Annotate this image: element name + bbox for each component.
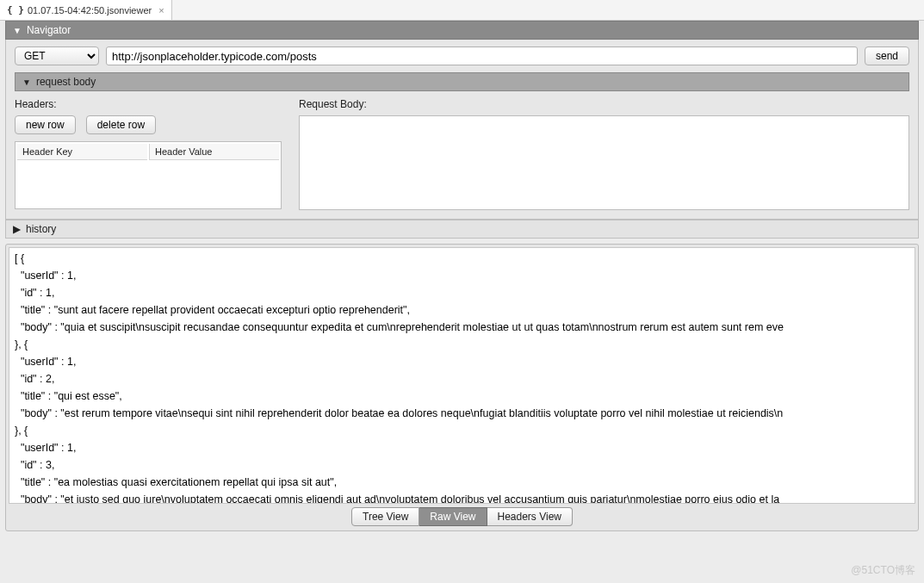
file-tab[interactable]: { } 01.07.15-04:42:50.jsonviewer ×	[0, 0, 172, 20]
tab-raw-view[interactable]: Raw View	[419, 507, 487, 526]
tab-headers-view[interactable]: Headers View	[487, 507, 573, 526]
watermark: @51CTO博客	[851, 563, 915, 578]
header-key-column: Header Key	[17, 144, 147, 160]
response-panel: [ { "userId" : 1, "id" : 1, "title" : "s…	[5, 244, 919, 531]
file-tab-title: 01.07.15-04:42:50.jsonviewer	[28, 5, 152, 16]
header-value-column: Header Value	[149, 144, 279, 160]
http-method-select[interactable]: GET	[15, 47, 99, 65]
chevron-right-icon: ▶	[13, 223, 21, 235]
close-icon[interactable]: ×	[158, 5, 164, 16]
navigator-body: GET send ▼ request body Headers: new row…	[5, 40, 919, 220]
request-body-input[interactable]	[299, 115, 909, 210]
json-icon: { }	[7, 4, 24, 16]
url-input[interactable]	[106, 47, 858, 65]
request-body-label: Request Body:	[299, 98, 909, 110]
delete-row-button[interactable]: delete row	[86, 115, 156, 134]
chevron-down-icon: ▼	[13, 26, 22, 35]
send-button[interactable]: send	[865, 47, 909, 65]
tab-tree-view[interactable]: Tree View	[351, 507, 419, 526]
request-body-title: request body	[36, 76, 96, 88]
headers-label: Headers:	[15, 98, 282, 110]
response-raw-view[interactable]: [ { "userId" : 1, "id" : 1, "title" : "s…	[9, 247, 915, 504]
history-header[interactable]: ▶ history	[5, 220, 919, 239]
navigator-header[interactable]: ▼ Navigator	[5, 21, 919, 40]
request-body-header[interactable]: ▼ request body	[15, 72, 909, 91]
history-title: history	[26, 223, 56, 235]
headers-table[interactable]: Header Key Header Value	[15, 141, 282, 209]
chevron-down-icon: ▼	[22, 78, 31, 87]
new-row-button[interactable]: new row	[15, 115, 76, 134]
view-tabs: Tree View Raw View Headers View	[9, 504, 915, 528]
navigator-title: Navigator	[27, 24, 71, 36]
window-tabbar: { } 01.07.15-04:42:50.jsonviewer ×	[0, 0, 924, 21]
